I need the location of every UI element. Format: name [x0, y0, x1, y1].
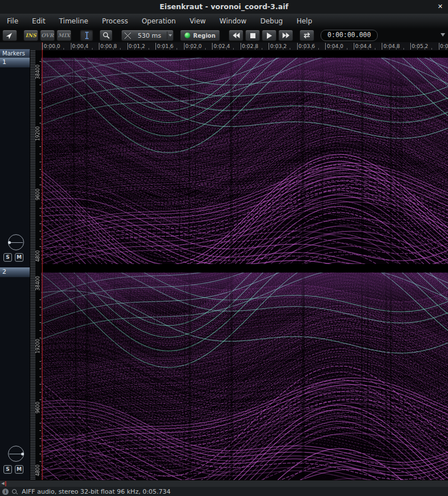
freq-label-4800: 4800: [35, 250, 41, 262]
freq-label-9600: 9600: [35, 189, 41, 200]
freq-tick: [39, 115, 41, 116]
rtick: [382, 43, 382, 50]
rtick: [184, 43, 185, 50]
rminor: [368, 48, 369, 50]
freq-tick: [39, 392, 41, 393]
overflow-dropdown-icon[interactable]: [441, 33, 445, 37]
freq-tick: [39, 384, 41, 385]
region-button[interactable]: Region: [180, 30, 220, 41]
rminor: [304, 48, 305, 50]
rminor: [233, 48, 234, 50]
rminor: [247, 48, 248, 50]
channel-1-header[interactable]: 1: [0, 58, 30, 67]
rminor: [361, 48, 361, 50]
freq-tick: [39, 154, 41, 154]
freq-label-19200: 19200: [35, 126, 41, 141]
rlabel: 0:03.2: [270, 43, 287, 49]
vertical-zoom-scrollbar[interactable]: [30, 50, 35, 480]
rminor: [63, 48, 64, 50]
channel-2-solo-button[interactable]: S: [3, 465, 12, 474]
channel-1-solo-button[interactable]: S: [3, 253, 12, 262]
menu-item-view[interactable]: View: [183, 14, 213, 29]
rlabel: 0:03.6: [298, 43, 315, 49]
freq-tick: [39, 231, 41, 231]
rminor: [57, 48, 57, 50]
magnifier-icon[interactable]: [11, 489, 18, 495]
horizontal-scrollbar[interactable]: ◀: [0, 480, 448, 487]
rtick: [241, 43, 241, 50]
file-info-text: AIFF audio, stereo 32-bit float 96 kHz, …: [22, 488, 171, 495]
eisenkraut-window: { "window": {"title": "Eisenkraut - voro…: [0, 0, 448, 496]
freq-tick: [39, 162, 41, 162]
ibeam-icon: [83, 31, 90, 39]
freq-tick: [39, 85, 41, 85]
freq-tick: [39, 330, 41, 331]
freq-tick: [39, 338, 41, 338]
freq-tick: [39, 315, 41, 315]
stop-button[interactable]: [245, 30, 260, 41]
menu-item-file[interactable]: File: [0, 14, 25, 29]
rtick: [269, 43, 269, 50]
freq-label-38400: 38400: [35, 65, 41, 79]
freq-tick: [39, 430, 41, 431]
freq-tick: [39, 169, 41, 170]
fast-forward-button[interactable]: [278, 30, 293, 41]
freq-tick: [39, 454, 41, 454]
menu-item-help[interactable]: Help: [290, 14, 319, 29]
pointer-icon: [6, 31, 14, 39]
rminor: [219, 48, 220, 50]
text-cursor-tool-button[interactable]: [80, 30, 93, 41]
channel-2-pan-knob[interactable]: [8, 446, 24, 462]
crossfade-icon: [124, 32, 131, 39]
menu-item-process[interactable]: Process: [95, 14, 135, 29]
menu-item-edit[interactable]: Edit: [25, 14, 52, 29]
scrollbar-thumb[interactable]: [5, 481, 6, 486]
menu-item-debug[interactable]: Debug: [253, 14, 289, 29]
menu-item-window[interactable]: Window: [213, 14, 253, 29]
menu-item-operation[interactable]: Operation: [135, 14, 183, 29]
rminor: [85, 48, 85, 50]
loop-button[interactable]: [299, 30, 314, 41]
freq-tick: [39, 369, 41, 369]
insert-mode-button[interactable]: INS: [23, 30, 38, 41]
channel-1-spectrogram[interactable]: [41, 58, 448, 264]
toolbar: INS OVR MIX 530 ms: [0, 29, 448, 42]
channel-2-header[interactable]: 2: [0, 267, 30, 277]
blend-duration-dropdown[interactable]: 530 ms: [121, 30, 174, 41]
freq-tick: [39, 123, 41, 123]
rminor: [163, 48, 163, 50]
spectrogram-view: [41, 50, 448, 480]
markers-panel-header[interactable]: Markers: [0, 49, 30, 58]
pointer-tool-button[interactable]: [2, 30, 17, 41]
rminor: [311, 48, 312, 50]
channel-1-mute-button[interactable]: M: [15, 253, 23, 262]
magnifier-icon: [102, 31, 110, 39]
loop-icon: [303, 32, 311, 39]
time-position-display[interactable]: 0:00:00.000: [321, 30, 378, 41]
rtick: [42, 43, 43, 50]
rminor: [78, 48, 78, 50]
play-button[interactable]: [262, 30, 277, 41]
menu-item-timeline[interactable]: Timeline: [52, 14, 95, 29]
channel-2-spectrogram[interactable]: [41, 273, 448, 480]
rminor: [255, 48, 255, 50]
info-icon[interactable]: i: [2, 489, 9, 495]
rminor: [403, 48, 404, 50]
timeline-ruler[interactable]: 0:00.00:00.40:00.80:01.20:01.60:02.00:02…: [41, 42, 448, 50]
rminor: [92, 48, 93, 50]
rtick: [297, 43, 298, 50]
close-icon[interactable]: ✕: [438, 0, 443, 14]
channel-2-mute-button[interactable]: M: [15, 465, 23, 474]
rminor: [417, 48, 418, 50]
main-area: Markers 1 S M 2 S M 38400192009600480038…: [0, 50, 448, 480]
rlabel: 0:01.6: [157, 43, 174, 49]
zoom-tool-button[interactable]: [99, 30, 113, 41]
window-title: Eisenkraut - voronoi_coord-3.aif: [159, 2, 288, 11]
rminor: [396, 48, 397, 50]
rtick: [99, 43, 99, 50]
mix-mode-button[interactable]: MIX: [57, 30, 71, 41]
channel-1-pan-knob[interactable]: [8, 234, 24, 250]
rewind-button[interactable]: [229, 30, 243, 41]
rtick: [212, 43, 213, 50]
overwrite-mode-button[interactable]: OVR: [40, 30, 55, 41]
